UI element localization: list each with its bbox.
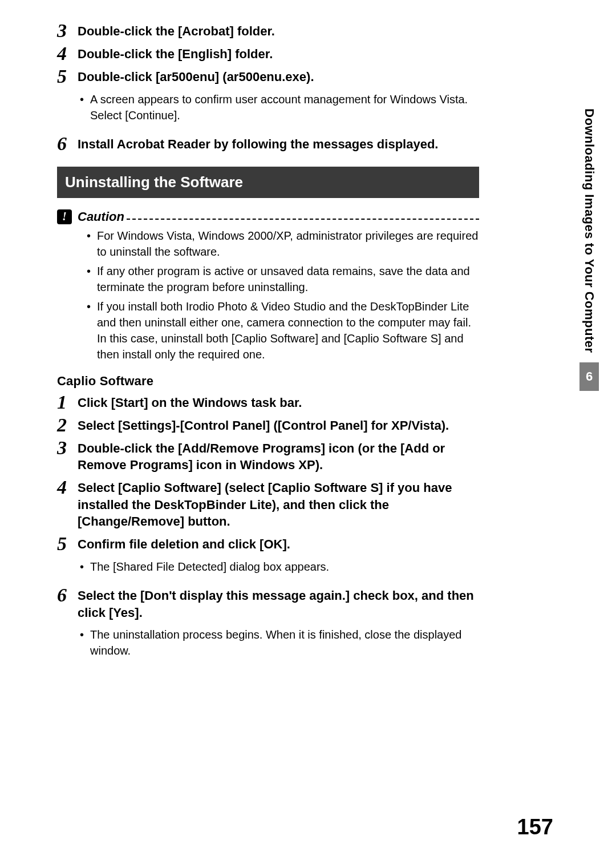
step-text: Install Acrobat Reader by following the …: [78, 137, 438, 151]
step-body: Double-click the [Add/Remove Programs] i…: [78, 440, 479, 474]
numbered-step: 3Double-click the [Acrobat] folder.: [57, 23, 479, 40]
numbered-step: 6Select the [Don't display this message …: [57, 587, 479, 665]
caution-bullet-list: For Windows Vista, Windows 2000/XP, admi…: [57, 228, 479, 362]
numbered-step: 5Confirm file deletion and click [OK].Th…: [57, 536, 479, 582]
sub-bullet-item: The uninstallation process begins. When …: [80, 627, 479, 659]
step-number: 3: [57, 22, 78, 40]
step-body: Select the [Don't display this message a…: [78, 587, 479, 665]
step-sub-bullets: The [Shared File Detected] dialog box ap…: [78, 555, 479, 582]
subheading-caplio-software: Caplio Software: [57, 374, 479, 389]
caution-bullet-item: If any other program is active or unsave…: [87, 263, 479, 295]
step-number: 3: [57, 439, 78, 457]
step-text: Select the [Don't display this message a…: [78, 588, 474, 620]
step-text: Double-click the [English] folder.: [78, 47, 273, 61]
caution-label: Caution: [78, 209, 124, 224]
section-heading-bar: Uninstalling the Software: [57, 167, 479, 198]
step-text: Select [Caplio Software] (select [Caplio…: [78, 481, 452, 528]
chapter-number-box: 6: [579, 362, 599, 391]
step-text: Double-click the [Add/Remove Programs] i…: [78, 441, 445, 473]
numbered-step: 4Select [Caplio Software] (select [Capli…: [57, 479, 479, 530]
side-tab: Downloading Images to Your Computer 6: [579, 108, 599, 391]
caution-bullet-item: If you install both Irodio Photo & Video…: [87, 298, 479, 362]
step-number: 2: [57, 416, 78, 434]
numbered-step: 3Double-click the [Add/Remove Programs] …: [57, 440, 479, 474]
bottom-steps-list: 1Click [Start] on the Windows task bar.2…: [57, 394, 479, 666]
step-body: Double-click the [English] folder.: [78, 46, 479, 63]
caution-rule: [127, 219, 479, 220]
sub-bullet-item: The [Shared File Detected] dialog box ap…: [80, 559, 479, 575]
step-body: Double-click the [Acrobat] folder.: [78, 23, 479, 40]
step-number: 4: [57, 478, 78, 496]
step-number: 6: [57, 586, 78, 604]
step-text: Select [Settings]-[Control Panel] ([Cont…: [78, 418, 449, 433]
caution-header: ! Caution: [57, 209, 479, 224]
step-body: Confirm file deletion and click [OK].The…: [78, 536, 479, 582]
numbered-step: 4Double-click the [English] folder.: [57, 46, 479, 63]
side-tab-title: Downloading Images to Your Computer: [582, 108, 597, 353]
sub-bullet-item: A screen appears to confirm user account…: [80, 91, 479, 123]
step-text: Click [Start] on the Windows task bar.: [78, 395, 302, 410]
step-text: Double-click the [Acrobat] folder.: [78, 24, 275, 38]
caution-icon: !: [57, 209, 72, 224]
page-number: 157: [517, 815, 553, 839]
numbered-step: 5Double-click [ar500enu] (ar500enu.exe).…: [57, 68, 479, 130]
step-body: Select [Settings]-[Control Panel] ([Cont…: [78, 417, 479, 434]
step-number: 1: [57, 393, 78, 411]
numbered-step: 1Click [Start] on the Windows task bar.: [57, 394, 479, 411]
step-body: Select [Caplio Software] (select [Caplio…: [78, 479, 479, 530]
step-body: Double-click [ar500enu] (ar500enu.exe).A…: [78, 68, 479, 130]
step-body: Click [Start] on the Windows task bar.: [78, 394, 479, 411]
page-content: 3Double-click the [Acrobat] folder.4Doub…: [57, 23, 479, 665]
step-sub-bullets: The uninstallation process begins. When …: [78, 623, 479, 665]
caution-bullet-item: For Windows Vista, Windows 2000/XP, admi…: [87, 228, 479, 260]
step-sub-bullets: A screen appears to confirm user account…: [78, 88, 479, 130]
step-text: Confirm file deletion and click [OK].: [78, 537, 290, 551]
manual-page: 3Double-click the [Acrobat] folder.4Doub…: [0, 0, 616, 868]
step-text: Double-click [ar500enu] (ar500enu.exe).: [78, 70, 314, 84]
step-number: 4: [57, 45, 78, 63]
numbered-step: 6Install Acrobat Reader by following the…: [57, 136, 479, 153]
top-steps-list: 3Double-click the [Acrobat] folder.4Doub…: [57, 23, 479, 153]
numbered-step: 2Select [Settings]-[Control Panel] ([Con…: [57, 417, 479, 434]
step-number: 5: [57, 67, 78, 86]
step-number: 5: [57, 535, 78, 553]
step-body: Install Acrobat Reader by following the …: [78, 136, 479, 153]
step-number: 6: [57, 135, 78, 153]
